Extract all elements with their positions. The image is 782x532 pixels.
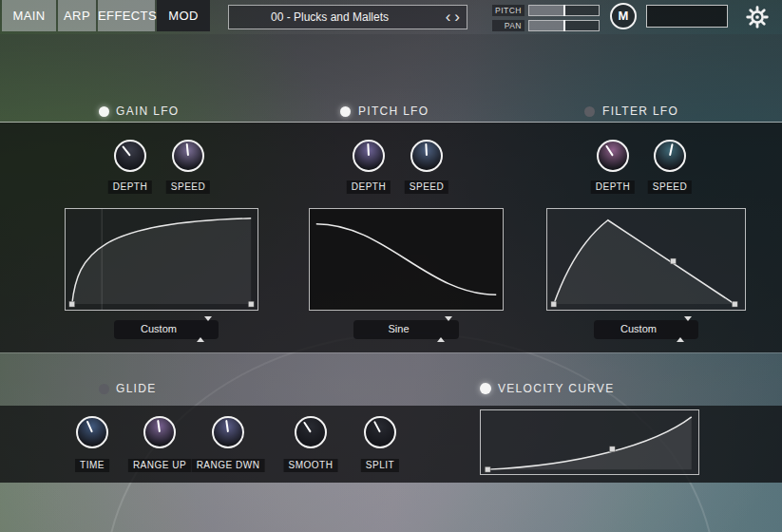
glide-time-knob[interactable] — [76, 416, 108, 448]
pitch-lfo-depth-label: DEPTH — [347, 180, 391, 194]
preset-next-icon[interactable]: › — [452, 7, 462, 28]
pan-slider-fill — [529, 21, 564, 30]
mono-button[interactable]: M — [610, 3, 637, 29]
glide-range-up-knob[interactable] — [143, 416, 176, 448]
gain-lfo-shape-value: Custom — [120, 320, 198, 339]
glide-smooth-label: SMOOTH — [284, 459, 338, 472]
knob-needle — [225, 420, 229, 432]
gain-lfo-depth-knob[interactable] — [114, 140, 146, 172]
gain-lfo-enable-led[interactable] — [99, 106, 109, 117]
knob-needle — [86, 421, 93, 433]
knob-needle — [373, 421, 381, 432]
knob-needle — [605, 145, 614, 157]
knob-needle — [669, 143, 674, 156]
velocity-curve-title: VELOCITY CURVE — [498, 382, 614, 395]
settings-gear-icon[interactable] — [745, 5, 770, 29]
velocity-curve — [481, 410, 698, 474]
pitch-lfo-title: PITCH LFO — [358, 104, 429, 118]
pitch-lfo-shape-value: Sine — [359, 320, 438, 339]
velocity-curve-display[interactable] — [480, 409, 699, 475]
gain-lfo-speed-knob[interactable] — [172, 140, 204, 172]
knob-needle — [303, 422, 312, 433]
glide-range-up-label: RANGE UP — [128, 459, 191, 472]
updown-arrows-icon — [437, 321, 452, 338]
gain-lfo-title: GAIN LFO — [116, 104, 179, 118]
pitch-slider[interactable] — [528, 5, 600, 16]
preset-prev-icon[interactable]: ‹ — [444, 7, 453, 28]
tab-main[interactable]: MAIN — [2, 0, 56, 31]
knob-needle — [122, 145, 131, 156]
glide-range-down-label: RANGE DWN — [192, 459, 265, 472]
filter-lfo-speed-knob[interactable] — [654, 140, 686, 172]
pitch-lfo-wave-curve — [310, 209, 503, 310]
glide-time-label: TIME — [75, 459, 109, 472]
filter-lfo-speed-label: SPEED — [648, 180, 692, 194]
section-divider — [0, 122, 782, 123]
glide-split-knob[interactable] — [364, 416, 396, 448]
preset-name: 00 - Plucks and Mallets — [235, 6, 425, 28]
pitch-lfo-enable-led[interactable] — [340, 106, 351, 117]
knob-needle — [186, 143, 189, 156]
gain-lfo-wave-curve — [66, 209, 257, 310]
pitch-lfo-shape-select[interactable]: Sine — [353, 320, 459, 339]
pitch-lfo-wave-display[interactable] — [309, 208, 504, 311]
glide-smooth-knob[interactable] — [295, 416, 327, 448]
pitch-label: PITCH — [492, 5, 525, 16]
pan-slider[interactable] — [528, 20, 600, 31]
updown-arrows-icon — [677, 321, 692, 338]
glide-header-band — [0, 352, 782, 406]
filter-lfo-wave-curve — [547, 209, 745, 310]
filter-lfo-enable-led[interactable] — [584, 106, 595, 117]
filter-lfo-depth-knob[interactable] — [597, 140, 629, 172]
knob-needle — [425, 143, 428, 156]
glide-enable-led[interactable] — [99, 384, 109, 394]
filter-lfo-wave-display[interactable] — [546, 208, 746, 311]
tab-effects[interactable]: EFFECTS — [98, 0, 155, 31]
level-meter — [646, 5, 728, 28]
gain-lfo-wave-display[interactable] — [65, 208, 258, 311]
pan-label: PAN — [492, 20, 525, 31]
filter-lfo-shape-select[interactable]: Custom — [594, 320, 698, 339]
pitch-lfo-depth-knob[interactable] — [353, 140, 385, 172]
gain-lfo-shape-select[interactable]: Custom — [114, 320, 219, 339]
updown-arrows-icon — [197, 321, 212, 338]
pitch-slider-thumb[interactable] — [563, 5, 565, 16]
gain-lfo-speed-label: SPEED — [166, 180, 210, 194]
pitch-lfo-speed-label: SPEED — [405, 180, 448, 194]
pan-slider-thumb[interactable] — [563, 20, 565, 31]
filter-lfo-title: FILTER LFO — [602, 104, 678, 118]
tab-arp[interactable]: ARP — [58, 0, 96, 31]
velocity-curve-enable-led[interactable] — [480, 383, 491, 394]
preset-selector[interactable]: 00 - Plucks and Mallets ‹ › — [228, 5, 467, 29]
glide-title: GLIDE — [116, 382, 157, 395]
knob-needle — [157, 420, 161, 432]
pitch-slider-fill — [529, 6, 564, 15]
gain-lfo-depth-label: DEPTH — [108, 180, 152, 194]
sampler-plugin-window: MAIN ARP EFFECTS MOD 00 - Plucks and Mal… — [0, 0, 782, 532]
filter-lfo-depth-label: DEPTH — [591, 180, 635, 194]
knob-needle — [367, 143, 370, 156]
glide-split-label: SPLIT — [361, 459, 399, 472]
pitch-lfo-speed-knob[interactable] — [410, 140, 443, 172]
bottom-band — [0, 483, 782, 532]
tab-mod[interactable]: MOD — [157, 0, 210, 31]
glide-range-down-knob[interactable] — [212, 416, 244, 448]
filter-lfo-shape-value: Custom — [600, 320, 677, 339]
